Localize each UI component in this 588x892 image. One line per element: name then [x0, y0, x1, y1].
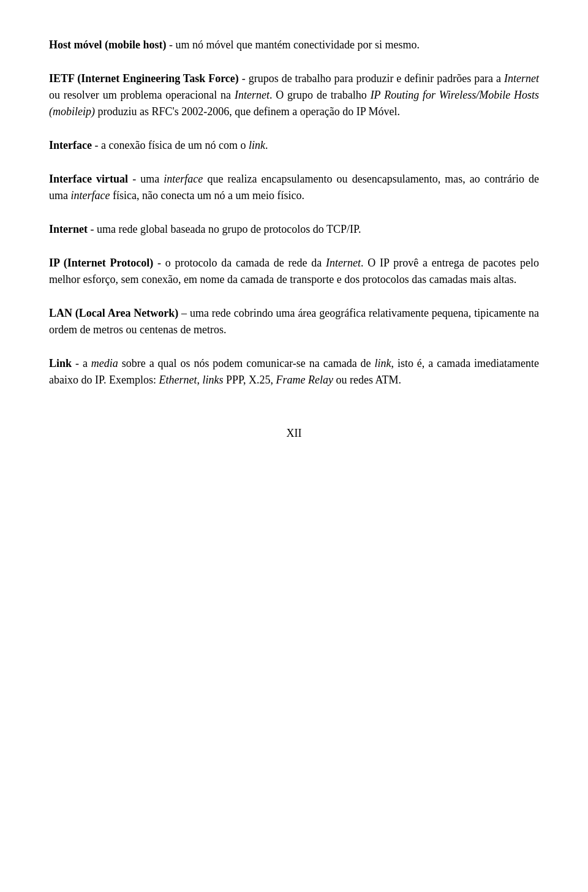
link-block: Link - a media sobre a qual os nós podem…	[49, 355, 539, 388]
interface-text: Interface - a conexão física de um nó co…	[49, 139, 268, 151]
link-term: Link	[49, 357, 72, 369]
internet-text: Internet - uma rede global baseada no gr…	[49, 223, 361, 235]
interface-virtual-block: Interface virtual - uma interface que re…	[49, 171, 539, 204]
host-movel-term: Host móvel (mobile host)	[49, 39, 166, 51]
host-movel-block: Host móvel (mobile host) - um nó móvel q…	[49, 37, 539, 53]
interface-virtual-term: Interface virtual	[49, 173, 128, 185]
page-content: Host móvel (mobile host) - um nó móvel q…	[49, 37, 539, 388]
host-movel-text: Host móvel (mobile host) - um nó móvel q…	[49, 39, 420, 51]
lan-block: LAN (Local Area Network) – uma rede cobr…	[49, 305, 539, 338]
ip-text: IP (Internet Protocol) - o protocolo da …	[49, 257, 539, 285]
ietf-term: IETF (Internet Engineering Task Force)	[49, 72, 239, 85]
internet-block: Internet - uma rede global baseada no gr…	[49, 221, 539, 238]
interface-block: Interface - a conexão física de um nó co…	[49, 137, 539, 154]
ietf-text: IETF (Internet Engineering Task Force) -…	[49, 72, 539, 118]
ietf-block: IETF (Internet Engineering Task Force) -…	[49, 70, 539, 120]
link-text: Link - a media sobre a qual os nós podem…	[49, 357, 539, 386]
page-footer: XII	[49, 425, 539, 442]
page-number: XII	[287, 427, 302, 439]
lan-term: LAN (Local Area Network)	[49, 307, 178, 319]
ip-term: IP (Internet Protocol)	[49, 257, 153, 269]
interface-term: Interface	[49, 139, 92, 151]
lan-text: LAN (Local Area Network) – uma rede cobr…	[49, 307, 539, 336]
internet-term: Internet	[49, 223, 88, 235]
ip-block: IP (Internet Protocol) - o protocolo da …	[49, 255, 539, 288]
interface-virtual-text: Interface virtual - uma interface que re…	[49, 173, 539, 202]
